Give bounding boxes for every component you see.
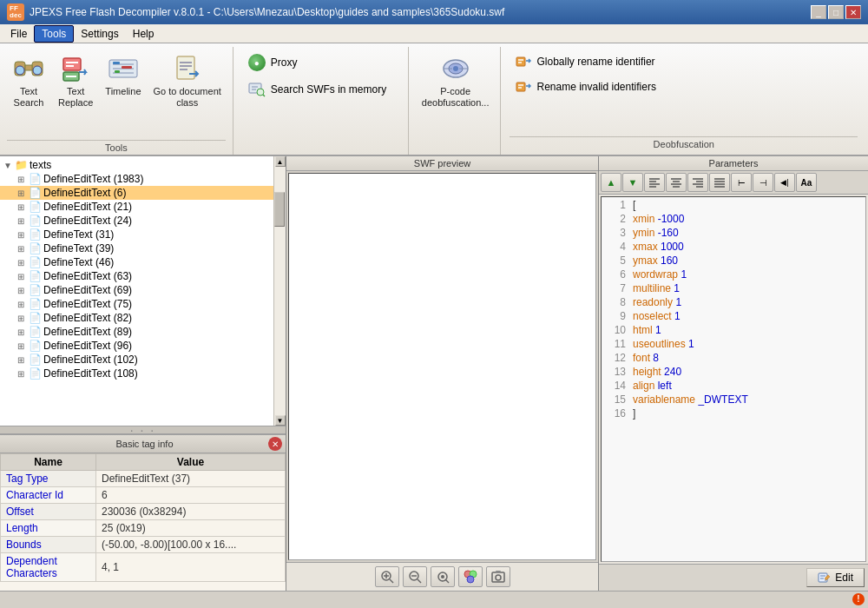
line-number: 13 [605,366,626,378]
tree-scrollbar[interactable]: ▲ ▼ [273,156,286,426]
proxy-button[interactable]: ● Proxy [242,50,398,75]
tree-item[interactable]: ⊞ 📄 DefineEditText (96) [0,339,273,353]
font-button[interactable]: Aa [796,173,817,192]
scroll-down-button[interactable]: ▼ [275,415,286,426]
menu-tools[interactable]: Tools [34,25,74,43]
globally-rename-button[interactable]: Globally rename identifier [510,50,858,73]
search-swfs-button[interactable]: Search SWFs in memory [242,77,398,102]
color-button[interactable] [458,566,483,587]
tree-item[interactable]: ⊞ 📄 DefineEditText (1983) [0,172,273,186]
globally-rename-icon [516,54,531,69]
code-line: 1[ [603,199,864,213]
globally-rename-label: Globally rename identifier [536,56,654,68]
outdent-button[interactable]: ⊣ [753,173,773,192]
code-line: 5ymax 160 [603,254,864,268]
basic-tag-info-header: Basic tag info ✕ [0,435,286,453]
doc-icon: 📄 [28,187,42,199]
text-replace-label: TextReplace [58,86,93,109]
code-value: 160 [661,254,678,267]
scroll-up-button[interactable]: ▲ [275,156,286,167]
bounds-name: Bounds [1,537,96,553]
code-line: 14align left [603,380,864,393]
tree-item[interactable]: ⊞ 📄 DefineText (39) [0,241,273,255]
align-right-button[interactable] [687,173,708,192]
justify-button[interactable] [709,173,730,192]
tree-item-label: DefineText (46) [43,256,114,268]
tree-item[interactable]: ⊞ 📄 DefineEditText (63) [0,269,273,283]
maximize-button[interactable]: □ [828,5,844,19]
tree-item[interactable]: ⊞ 📄 DefineText (31) [0,228,273,241]
tree-item-label: DefineEditText (63) [43,270,132,282]
tree-item[interactable]: ⊞ 📄 DefineEditText (82) [0,311,273,325]
toolbar: TextSearch TextReplace [0,43,868,156]
pcode-button[interactable]: P-codedeobfuscation... [418,50,494,111]
menu-help[interactable]: Help [126,26,161,42]
doc-icon: 📄 [28,367,42,380]
close-basic-tag-info-button[interactable]: ✕ [268,437,282,451]
swf-preview-label: SWF preview [286,156,598,171]
tree-item[interactable]: ⊞ 📄 DefineEditText (24) [0,214,273,228]
tree-item-label: DefineEditText (69) [43,284,132,296]
scroll-thumb[interactable] [274,192,285,227]
table-row: Length 25 (0x19) [1,520,286,537]
close-button[interactable]: ✕ [845,5,861,19]
line-number: 9 [605,310,626,322]
tree-item-selected[interactable]: ⊞ 📄 DefineEditText (6) [0,186,273,200]
menu-file[interactable]: File [3,26,34,42]
text-replace-button[interactable]: TextReplace [54,50,97,111]
tree-item[interactable]: ⊞ 📄 DefineEditText (75) [0,297,273,311]
align-center-button[interactable] [666,173,687,192]
col-value-header: Value [96,454,286,471]
tree-item-label: DefineEditText (89) [43,326,132,338]
resize-handle[interactable]: · · · [0,426,286,434]
tree-item[interactable]: ⊞ 📄 DefineEditText (108) [0,367,273,380]
svg-point-49 [467,576,474,583]
indent-button[interactable]: ⊢ [731,173,752,192]
goto-doc-button[interactable]: Go to documentclass [149,50,226,111]
svg-rect-34 [516,83,525,91]
tree-root[interactable]: ▼ 📁 texts [0,158,273,172]
edit-button[interactable]: Edit [806,568,865,587]
length-name: Length [1,520,96,537]
move-down-button[interactable]: ▼ [622,173,643,192]
code-key: xmax [633,241,658,253]
tree-root-label: texts [30,159,51,171]
code-line: 13height 240 [603,366,864,380]
tree-item[interactable]: ⊞ 📄 DefineEditText (102) [0,353,273,367]
rename-invalid-label: Rename invalid identifiers [536,81,655,93]
swf-toolbar [286,562,598,591]
code-value: _DWTEXT [698,393,747,406]
tree-item[interactable]: ⊞ 📄 DefineText (46) [0,255,273,269]
align-left-button[interactable] [644,173,665,192]
fit-button[interactable] [431,566,455,587]
code-value: 1000 [661,241,684,253]
table-row: Dependent Characters 4, 1 [1,553,286,582]
tree-item[interactable]: ⊞ 📄 DefineEditText (21) [0,200,273,214]
code-key: multiline [633,282,671,294]
tree-item[interactable]: ⊞ 📄 DefineEditText (69) [0,283,273,297]
tree-item-label: DefineEditText (75) [43,298,132,310]
tree-item[interactable]: ⊞ 📄 DefineEditText (89) [0,325,273,339]
doc-icon: 📄 [28,173,42,185]
menu-settings[interactable]: Settings [74,26,125,42]
zoom-in-button[interactable] [375,566,399,587]
svg-point-4 [33,66,42,75]
timeline-button[interactable]: Timeline [101,50,145,100]
code-area[interactable]: 1[2xmin -10003ymin -1604xmax 10005ymax 1… [601,196,866,562]
deobfuscation-section-label: Deobfuscation [510,136,858,151]
move-up-button[interactable]: ▲ [601,173,621,192]
basic-tag-info-panel: Basic tag info ✕ Name Value Tag Type Def… [0,434,286,591]
zoom-out-button[interactable] [403,566,427,587]
tree-container[interactable]: ▼ 📁 texts ⊞ 📄 DefineEditText (1983) ⊞ 📄 … [0,156,273,426]
tree-area: ▼ 📁 texts ⊞ 📄 DefineEditText (1983) ⊞ 📄 … [0,156,286,426]
tag-type-name: Tag Type [1,471,96,487]
rename-invalid-button[interactable]: Rename invalid identifiers [510,76,858,98]
window-controls: _ □ ✕ [811,5,861,19]
line-number: 8 [605,296,626,308]
text-search-button[interactable]: TextSearch [7,50,50,111]
timeline-label: Timeline [105,86,141,97]
screenshot-button[interactable] [486,566,510,587]
tree-item-label: DefineEditText (96) [43,340,132,352]
minimize-button[interactable]: _ [811,5,826,19]
block-in-button[interactable]: ◀| [774,173,795,192]
